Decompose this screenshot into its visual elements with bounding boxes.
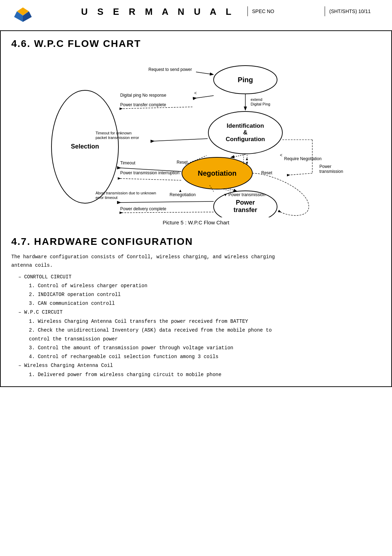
spec-label: SPEC NO xyxy=(248,6,325,16)
svg-line-45 xyxy=(120,179,181,180)
svg-text:Power transmission: Power transmission xyxy=(228,192,265,197)
svg-text:Timeout for unknown: Timeout for unknown xyxy=(96,131,131,135)
main-content: 4.6. W.P.C FLOW CHART Selection Ping Ide… xyxy=(0,31,392,387)
svg-text:&: & xyxy=(243,129,247,136)
svg-text:transfer: transfer xyxy=(233,206,257,213)
svg-text:Identification: Identification xyxy=(227,122,264,129)
sub-item-wpc-2: 2. Check the unidirectional Inventory (A… xyxy=(29,326,381,344)
header: U S E R M A N U A L SPEC NO (SHT/SHTS) 1… xyxy=(0,0,392,31)
svg-text:Power transfer complete: Power transfer complete xyxy=(120,102,166,107)
sub-item-conrtoll-3: 3. CAN communication controll xyxy=(29,299,381,308)
flowchart-svg: Selection Ping Identification & Configur… xyxy=(44,55,348,217)
svg-text:▲: ▲ xyxy=(178,188,182,193)
svg-line-22 xyxy=(228,188,237,191)
flowchart-svg-wrapper: Selection Ping Identification & Configur… xyxy=(44,55,348,217)
svg-text:Ping: Ping xyxy=(238,76,253,84)
sub-list-wpc: 1. Wireless Charging Antenna Coil transf… xyxy=(29,317,381,362)
flowchart-container: Selection Ping Identification & Configur… xyxy=(11,55,381,232)
svg-text:Negotiation: Negotiation xyxy=(198,169,237,177)
spec-area: SPEC NO (SHT/SHTS) 10/11 xyxy=(247,6,381,16)
svg-line-38 xyxy=(289,173,312,175)
section-46-heading: 4.6. W.P.C FLOW CHART xyxy=(11,38,381,49)
company-logo xyxy=(11,6,35,26)
sub-item-wpc-4: 4. Control of rechargeable coil selectio… xyxy=(29,352,381,361)
svg-text:<: < xyxy=(280,153,282,158)
page: U S E R M A N U A L SPEC NO (SHT/SHTS) 1… xyxy=(0,0,392,556)
svg-text:Digital Ping: Digital Ping xyxy=(251,102,270,106)
sub-item-conrtoll-2: 2. INDICATOR operation controll xyxy=(29,290,381,299)
svg-text:error timeout: error timeout xyxy=(96,195,117,200)
svg-text:packet transmission error: packet transmission error xyxy=(96,135,139,140)
svg-line-32 xyxy=(154,139,208,141)
svg-text:Power: Power xyxy=(319,164,331,169)
svg-text:Request to send power: Request to send power xyxy=(148,67,192,72)
svg-text:Digital ping No response: Digital ping No response xyxy=(120,93,166,98)
sub-list-antenna: 1. Delivered power from wireless chargin… xyxy=(29,370,381,379)
svg-text:▼: ▼ xyxy=(245,161,249,165)
spec-row: SPEC NO (SHT/SHTS) 10/11 xyxy=(248,6,381,16)
sub-item-antenna-1: 1. Delivered power from wireless chargin… xyxy=(29,370,381,379)
section-47: 4.7. HARDWARE CONFIGURATION The hardware… xyxy=(11,236,381,379)
svg-text:Renegotiation: Renegotiation xyxy=(170,192,196,197)
svg-text:transmission: transmission xyxy=(319,169,343,174)
section-47-heading: 4.7. HARDWARE CONFIGURATION xyxy=(11,236,381,247)
svg-text:Timeout: Timeout xyxy=(120,161,136,165)
svg-text:<: < xyxy=(194,91,197,96)
section-46: 4.6. W.P.C FLOW CHART Selection Ping Ide… xyxy=(11,38,381,232)
title-area: U S E R M A N U A L xyxy=(81,6,247,19)
section-47-intro: The hardware configuration consists of C… xyxy=(11,253,381,270)
sub-item-wpc-3: 3. Control the amount of transmission po… xyxy=(29,344,381,352)
list-section: – CONRTOLL CIRCUIT 1. Control of wireles… xyxy=(18,273,381,379)
list-item-wpc: – W.P.C CIRCUIT xyxy=(18,308,381,317)
svg-text:Power delivery complete: Power delivery complete xyxy=(120,206,166,211)
spec-value: (SHT/SHTS) 10/11 xyxy=(325,6,381,16)
svg-text:Power: Power xyxy=(236,199,255,206)
svg-text:Power transmission interruptio: Power transmission interruption xyxy=(120,170,179,175)
page-title: U S E R M A N U A L xyxy=(81,6,247,17)
list-item-conrtoll: – CONRTOLL CIRCUIT xyxy=(18,273,381,282)
sub-item-wpc-1: 1. Wireless Charging Antenna Coil transf… xyxy=(29,317,381,326)
svg-text:▼: ▼ xyxy=(223,193,227,197)
sub-list-conrtoll: 1. Control of wireless charger operation… xyxy=(29,282,381,308)
svg-line-55 xyxy=(120,201,214,203)
svg-text:extend: extend xyxy=(251,97,262,102)
list-item-antenna: – Wireless Charging Antenna Coil xyxy=(18,361,381,370)
svg-text:Abort transmission due to unkn: Abort transmission due to unknown xyxy=(96,191,156,195)
svg-text:Reset: Reset xyxy=(261,170,272,175)
svg-text:Selection: Selection xyxy=(71,143,99,150)
picture-caption: Picture 5 : W.P.C Flow Chart xyxy=(163,219,229,225)
sub-item-conrtoll-1: 1. Control of wireless charger operation xyxy=(29,282,381,290)
svg-text:Require Negotiation: Require Negotiation xyxy=(284,156,321,161)
svg-line-24 xyxy=(196,72,213,74)
svg-text:Configuration: Configuration xyxy=(226,136,265,143)
svg-line-21 xyxy=(231,155,245,157)
svg-line-26 xyxy=(196,96,214,98)
svg-line-57 xyxy=(122,212,214,213)
logo-area xyxy=(11,6,81,28)
